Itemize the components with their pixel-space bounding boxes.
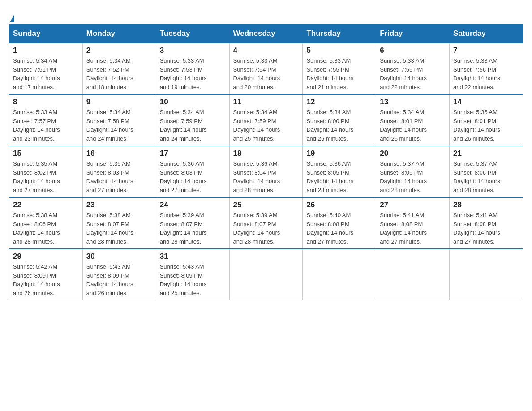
calendar-cell: 3Sunrise: 5:33 AMSunset: 7:53 PMDaylight… — [156, 43, 229, 94]
day-info: Sunrise: 5:43 AMSunset: 8:09 PMDaylight:… — [86, 262, 152, 297]
calendar-cell: 26Sunrise: 5:40 AMSunset: 8:08 PMDayligh… — [303, 197, 376, 249]
calendar-cell: 11Sunrise: 5:34 AMSunset: 7:59 PMDayligh… — [229, 94, 303, 146]
calendar-cell: 14Sunrise: 5:35 AMSunset: 8:01 PMDayligh… — [450, 94, 523, 146]
day-number: 12 — [306, 98, 372, 107]
day-info: Sunrise: 5:34 AMSunset: 7:52 PMDaylight:… — [86, 56, 152, 91]
day-info: Sunrise: 5:35 AMSunset: 8:03 PMDaylight:… — [86, 159, 152, 194]
calendar-table: SundayMondayTuesdayWednesdayThursdayFrid… — [9, 24, 523, 300]
calendar-week-row: 8Sunrise: 5:33 AMSunset: 7:57 PMDaylight… — [9, 94, 523, 146]
calendar-header-thursday: Thursday — [303, 25, 376, 43]
day-number: 15 — [13, 149, 79, 158]
calendar-week-row: 29Sunrise: 5:42 AMSunset: 8:09 PMDayligh… — [9, 249, 523, 300]
logo-general-line — [9, 9, 14, 23]
calendar-week-row: 22Sunrise: 5:38 AMSunset: 8:06 PMDayligh… — [9, 197, 523, 249]
day-info: Sunrise: 5:40 AMSunset: 8:08 PMDaylight:… — [306, 211, 372, 246]
day-info: Sunrise: 5:35 AMSunset: 8:02 PMDaylight:… — [13, 159, 79, 194]
calendar-cell: 21Sunrise: 5:37 AMSunset: 8:06 PMDayligh… — [450, 146, 523, 197]
calendar-header-friday: Friday — [376, 25, 450, 43]
day-number: 22 — [13, 201, 79, 210]
calendar-header-wednesday: Wednesday — [229, 25, 303, 43]
day-info: Sunrise: 5:38 AMSunset: 8:06 PMDaylight:… — [13, 211, 79, 246]
day-number: 14 — [453, 98, 519, 107]
calendar-cell: 16Sunrise: 5:35 AMSunset: 8:03 PMDayligh… — [82, 146, 156, 197]
logo — [9, 9, 14, 20]
day-info: Sunrise: 5:37 AMSunset: 8:05 PMDaylight:… — [380, 159, 446, 194]
calendar-cell: 31Sunrise: 5:43 AMSunset: 8:09 PMDayligh… — [156, 249, 229, 300]
day-info: Sunrise: 5:43 AMSunset: 8:09 PMDaylight:… — [160, 262, 226, 297]
calendar-cell: 29Sunrise: 5:42 AMSunset: 8:09 PMDayligh… — [9, 249, 83, 300]
day-number: 28 — [453, 201, 519, 210]
day-info: Sunrise: 5:36 AMSunset: 8:05 PMDaylight:… — [306, 159, 372, 194]
calendar-cell: 23Sunrise: 5:38 AMSunset: 8:07 PMDayligh… — [82, 197, 156, 249]
day-info: Sunrise: 5:34 AMSunset: 7:59 PMDaylight:… — [233, 108, 299, 143]
day-info: Sunrise: 5:35 AMSunset: 8:01 PMDaylight:… — [453, 108, 519, 143]
day-number: 17 — [160, 149, 226, 158]
calendar-cell: 24Sunrise: 5:39 AMSunset: 8:07 PMDayligh… — [156, 197, 229, 249]
calendar-cell: 7Sunrise: 5:33 AMSunset: 7:56 PMDaylight… — [450, 43, 523, 94]
day-info: Sunrise: 5:33 AMSunset: 7:57 PMDaylight:… — [13, 108, 79, 143]
calendar-cell: 18Sunrise: 5:36 AMSunset: 8:04 PMDayligh… — [229, 146, 303, 197]
calendar-cell: 10Sunrise: 5:34 AMSunset: 7:59 PMDayligh… — [156, 94, 229, 146]
calendar-cell: 12Sunrise: 5:34 AMSunset: 8:00 PMDayligh… — [303, 94, 376, 146]
day-info: Sunrise: 5:39 AMSunset: 8:07 PMDaylight:… — [160, 211, 226, 246]
day-info: Sunrise: 5:39 AMSunset: 8:07 PMDaylight:… — [233, 211, 299, 246]
day-number: 25 — [233, 201, 299, 210]
logo-triangle-icon — [10, 14, 14, 22]
day-number: 29 — [13, 252, 79, 261]
calendar-cell: 25Sunrise: 5:39 AMSunset: 8:07 PMDayligh… — [229, 197, 303, 249]
calendar-header-saturday: Saturday — [450, 25, 523, 43]
calendar-cell: 20Sunrise: 5:37 AMSunset: 8:05 PMDayligh… — [376, 146, 450, 197]
day-info: Sunrise: 5:36 AMSunset: 8:03 PMDaylight:… — [160, 159, 226, 194]
calendar-cell: 9Sunrise: 5:34 AMSunset: 7:58 PMDaylight… — [82, 94, 156, 146]
day-info: Sunrise: 5:34 AMSunset: 8:01 PMDaylight:… — [380, 108, 446, 143]
calendar-cell: 2Sunrise: 5:34 AMSunset: 7:52 PMDaylight… — [82, 43, 156, 94]
day-number: 24 — [160, 201, 226, 210]
day-number: 6 — [380, 46, 446, 55]
day-info: Sunrise: 5:33 AMSunset: 7:53 PMDaylight:… — [160, 56, 226, 91]
day-info: Sunrise: 5:34 AMSunset: 8:00 PMDaylight:… — [306, 108, 372, 143]
calendar-cell: 28Sunrise: 5:41 AMSunset: 8:08 PMDayligh… — [450, 197, 523, 249]
day-number: 4 — [233, 46, 299, 55]
day-number: 23 — [86, 201, 152, 210]
calendar-header-monday: Monday — [82, 25, 156, 43]
day-number: 19 — [306, 149, 372, 158]
calendar-cell — [376, 249, 450, 300]
calendar-cell: 27Sunrise: 5:41 AMSunset: 8:08 PMDayligh… — [376, 197, 450, 249]
calendar-cell: 6Sunrise: 5:33 AMSunset: 7:55 PMDaylight… — [376, 43, 450, 94]
day-info: Sunrise: 5:34 AMSunset: 7:51 PMDaylight:… — [13, 56, 79, 91]
calendar-cell: 17Sunrise: 5:36 AMSunset: 8:03 PMDayligh… — [156, 146, 229, 197]
day-info: Sunrise: 5:41 AMSunset: 8:08 PMDaylight:… — [453, 211, 519, 246]
day-info: Sunrise: 5:38 AMSunset: 8:07 PMDaylight:… — [86, 211, 152, 246]
day-number: 20 — [380, 149, 446, 158]
day-info: Sunrise: 5:42 AMSunset: 8:09 PMDaylight:… — [13, 262, 79, 297]
day-info: Sunrise: 5:33 AMSunset: 7:56 PMDaylight:… — [453, 56, 519, 91]
day-number: 10 — [160, 98, 226, 107]
day-number: 31 — [160, 252, 226, 261]
day-number: 1 — [13, 46, 79, 55]
calendar-cell: 4Sunrise: 5:33 AMSunset: 7:54 PMDaylight… — [229, 43, 303, 94]
calendar-cell — [229, 249, 303, 300]
day-number: 9 — [86, 98, 152, 107]
day-number: 13 — [380, 98, 446, 107]
day-info: Sunrise: 5:41 AMSunset: 8:08 PMDaylight:… — [380, 211, 446, 246]
calendar-cell: 15Sunrise: 5:35 AMSunset: 8:02 PMDayligh… — [9, 146, 83, 197]
day-number: 3 — [160, 46, 226, 55]
day-number: 18 — [233, 149, 299, 158]
day-info: Sunrise: 5:33 AMSunset: 7:55 PMDaylight:… — [306, 56, 372, 91]
day-number: 5 — [306, 46, 372, 55]
calendar-cell: 30Sunrise: 5:43 AMSunset: 8:09 PMDayligh… — [82, 249, 156, 300]
calendar-week-row: 1Sunrise: 5:34 AMSunset: 7:51 PMDaylight… — [9, 43, 523, 94]
calendar-cell: 13Sunrise: 5:34 AMSunset: 8:01 PMDayligh… — [376, 94, 450, 146]
calendar-cell: 5Sunrise: 5:33 AMSunset: 7:55 PMDaylight… — [303, 43, 376, 94]
calendar-cell — [303, 249, 376, 300]
day-info: Sunrise: 5:34 AMSunset: 7:59 PMDaylight:… — [160, 108, 226, 143]
day-number: 27 — [380, 201, 446, 210]
day-info: Sunrise: 5:33 AMSunset: 7:54 PMDaylight:… — [233, 56, 299, 91]
calendar-header-tuesday: Tuesday — [156, 25, 229, 43]
day-number: 7 — [453, 46, 519, 55]
day-number: 21 — [453, 149, 519, 158]
day-info: Sunrise: 5:36 AMSunset: 8:04 PMDaylight:… — [233, 159, 299, 194]
calendar-week-row: 15Sunrise: 5:35 AMSunset: 8:02 PMDayligh… — [9, 146, 523, 197]
day-number: 16 — [86, 149, 152, 158]
day-number: 8 — [13, 98, 79, 107]
